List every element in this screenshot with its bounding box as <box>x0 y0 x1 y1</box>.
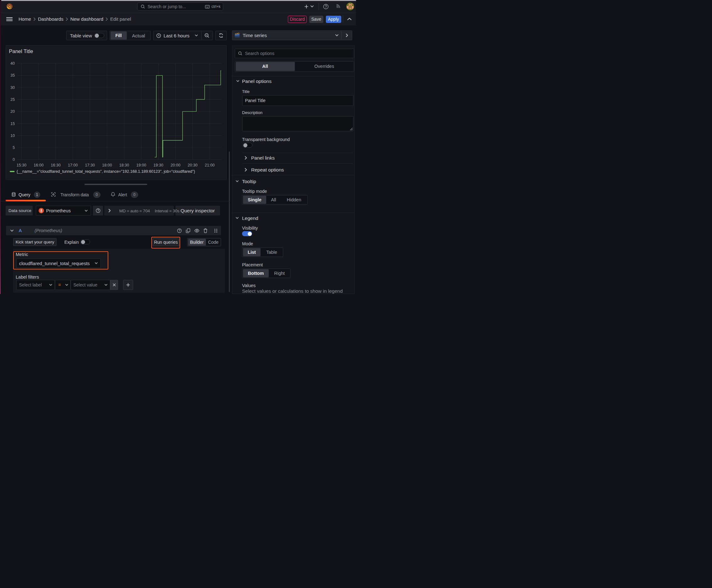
svg-text:21:00: 21:00 <box>205 163 214 167</box>
svg-text:18:00: 18:00 <box>102 163 112 167</box>
svg-text:25: 25 <box>10 97 15 102</box>
svg-text:15: 15 <box>10 122 15 126</box>
svg-text:20:30: 20:30 <box>188 163 197 167</box>
svg-text:15:30: 15:30 <box>17 163 26 167</box>
svg-text:35: 35 <box>10 74 15 78</box>
svg-text:16:30: 16:30 <box>51 163 61 167</box>
svg-text:{__name__="cloudflared_tunnel_: {__name__="cloudflared_tunnel_total_requ… <box>17 170 195 174</box>
svg-text:40: 40 <box>10 61 15 66</box>
svg-text:5: 5 <box>13 146 15 150</box>
svg-text:10: 10 <box>10 133 15 138</box>
svg-text:20: 20 <box>10 110 15 114</box>
svg-text:19:00: 19:00 <box>136 163 146 167</box>
svg-text:0: 0 <box>13 158 15 162</box>
svg-text:19:30: 19:30 <box>153 163 163 167</box>
svg-text:18:30: 18:30 <box>119 163 129 167</box>
svg-text:16:00: 16:00 <box>34 163 43 167</box>
svg-text:17:00: 17:00 <box>68 163 78 167</box>
svg-text:17:30: 17:30 <box>85 163 95 167</box>
svg-text:20:00: 20:00 <box>170 163 180 167</box>
svg-text:30: 30 <box>10 85 15 90</box>
